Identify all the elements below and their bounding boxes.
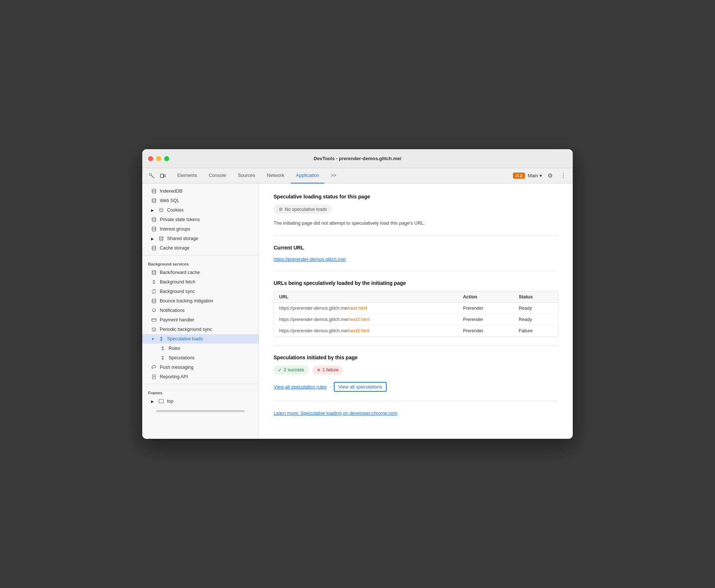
sidebar-item-payment-handler[interactable]: Payment handler bbox=[142, 315, 259, 325]
svg-rect-2 bbox=[161, 174, 163, 178]
sidebar-item-indexeddb[interactable]: IndexedDB bbox=[142, 186, 259, 196]
sidebar-item-bounce-tracking[interactable]: Bounce tracking mitigation bbox=[142, 296, 259, 306]
minimize-button[interactable] bbox=[156, 156, 161, 161]
table-row: https://prerender-demos.glitch.me/next2.… bbox=[274, 314, 558, 325]
divider2 bbox=[142, 384, 259, 384]
db-icon bbox=[151, 188, 157, 194]
sidebar-item-speculative-loads[interactable]: ▼ Speculative loads bbox=[142, 334, 259, 344]
speculative-loading-title: Speculative loading status for this page bbox=[274, 194, 558, 200]
divider-main2 bbox=[274, 271, 558, 271]
svg-line-21 bbox=[154, 329, 155, 330]
sidebar-item-private-state-tokens[interactable]: Private state tokens bbox=[142, 215, 259, 224]
sidebar-item-rules[interactable]: Rules bbox=[142, 344, 259, 353]
url-cell-3: https://prerender-demos.glitch.me/next3.… bbox=[274, 325, 458, 336]
sidebar-item-websql[interactable]: Web SQL bbox=[142, 196, 259, 205]
close-button[interactable] bbox=[148, 156, 153, 161]
top-expand-icon: ▶ bbox=[151, 399, 155, 403]
frames-header: Frames bbox=[142, 386, 259, 396]
svg-point-16 bbox=[152, 299, 156, 300]
arrows-icon3 bbox=[160, 345, 166, 351]
col-status: Status bbox=[514, 291, 558, 303]
table-row: https://prerender-demos.glitch.me/next3.… bbox=[274, 325, 558, 336]
svg-point-14 bbox=[152, 270, 156, 272]
cookie-icon bbox=[158, 207, 164, 213]
tab-console[interactable]: Console bbox=[204, 168, 231, 183]
issues-badge[interactable]: ⚠ 2 bbox=[513, 173, 525, 179]
tab-network[interactable]: Network bbox=[262, 168, 290, 183]
sidebar-item-top[interactable]: ▶ top bbox=[142, 396, 259, 406]
action-cell-2: Prerender bbox=[458, 314, 514, 325]
status-cell-1: Ready bbox=[514, 302, 558, 314]
db-icon3 bbox=[151, 217, 157, 223]
col-action: Action bbox=[458, 291, 514, 303]
sidebar-item-cache-storage[interactable]: Cache storage bbox=[142, 243, 259, 253]
no-loads-badge: ⊘ No speculative loads bbox=[274, 205, 332, 214]
speculations-section: Speculations initiated by this page ✓ 2 … bbox=[274, 355, 558, 392]
col-url: URL bbox=[274, 291, 458, 303]
view-rules-link[interactable]: View all speculation rules bbox=[274, 384, 327, 390]
view-speculations-link[interactable]: View all speculations bbox=[334, 382, 386, 392]
sidebar-item-reporting-api[interactable]: Reporting API bbox=[142, 372, 259, 382]
badges-row: ✓ 2 success ✕ 1 failure bbox=[274, 365, 558, 375]
settings-button[interactable]: ⚙ bbox=[545, 171, 555, 181]
url-cell-1: https://prerender-demos.glitch.me/next.h… bbox=[274, 302, 458, 314]
db-icon7 bbox=[151, 270, 157, 275]
sidebar-item-notifications[interactable]: Notifications bbox=[142, 306, 259, 315]
expand-active-icon: ▼ bbox=[151, 337, 155, 341]
main-dropdown[interactable]: Main ▾ bbox=[528, 173, 542, 178]
db-icon2 bbox=[151, 198, 157, 204]
initiating-page-text: The initiating page did not attempt to s… bbox=[274, 220, 558, 227]
learn-more-link[interactable]: Learn more: Speculative loading on devel… bbox=[274, 410, 398, 416]
sidebar-item-background-sync[interactable]: Background sync bbox=[142, 287, 259, 296]
content-area: IndexedDB Web SQL ▶ bbox=[142, 183, 573, 439]
db-icon4 bbox=[151, 226, 157, 232]
sidebar-item-periodic-background-sync[interactable]: Periodic background sync bbox=[142, 325, 259, 334]
svg-point-5 bbox=[152, 198, 156, 200]
arrows-icon2 bbox=[158, 336, 164, 342]
urls-table-container: URL Action Status https://prerender-demo… bbox=[274, 291, 558, 337]
url-cell-2: https://prerender-demos.glitch.me/next2.… bbox=[274, 314, 458, 325]
divider1 bbox=[142, 255, 259, 255]
maximize-button[interactable] bbox=[164, 156, 169, 161]
traffic-lights bbox=[148, 156, 169, 161]
inspect-icon[interactable] bbox=[147, 171, 157, 181]
success-icon: ✓ bbox=[278, 367, 282, 373]
sidebar-item-shared-storage[interactable]: ▶ Shared storage bbox=[142, 234, 259, 243]
svg-rect-3 bbox=[164, 175, 165, 177]
no-loads-icon: ⊘ bbox=[279, 206, 283, 212]
tab-sources[interactable]: Sources bbox=[233, 168, 260, 183]
sidebar: IndexedDB Web SQL ▶ bbox=[142, 183, 259, 439]
svg-rect-0 bbox=[150, 174, 151, 175]
svg-point-11 bbox=[152, 227, 156, 228]
toolbar-icons bbox=[147, 171, 168, 181]
main-panel: Speculative loading status for this page… bbox=[259, 183, 573, 439]
sidebar-item-push-messaging[interactable]: Push messaging bbox=[142, 363, 259, 372]
sidebar-item-interest-groups[interactable]: Interest groups bbox=[142, 224, 259, 234]
tab-application[interactable]: Application bbox=[291, 168, 324, 183]
current-url-title: Current URL bbox=[274, 245, 558, 251]
tab-elements[interactable]: Elements bbox=[172, 168, 202, 183]
sync-icon bbox=[151, 289, 157, 294]
expand-icon2: ▶ bbox=[151, 237, 155, 241]
cloud-icon bbox=[151, 364, 157, 370]
sidebar-item-cookies[interactable]: ▶ Cookies bbox=[142, 205, 259, 215]
db-icon5 bbox=[158, 236, 164, 241]
frame-icon bbox=[158, 398, 164, 404]
svg-point-4 bbox=[152, 189, 156, 190]
arrows-icon bbox=[151, 279, 157, 285]
action-cell-1: Prerender bbox=[458, 302, 514, 314]
current-url-link[interactable]: https://prerender-demos.glitch.me/ bbox=[274, 256, 346, 262]
svg-point-7 bbox=[160, 209, 161, 210]
sidebar-item-background-fetch[interactable]: Background fetch bbox=[142, 277, 259, 287]
clock-icon bbox=[151, 326, 157, 332]
sidebar-item-speculations[interactable]: Speculations bbox=[142, 353, 259, 363]
status-cell-3: Failure bbox=[514, 325, 558, 336]
more-options-button[interactable]: ⋮ bbox=[558, 171, 568, 181]
device-icon[interactable] bbox=[158, 171, 168, 181]
divider-main1 bbox=[274, 236, 558, 236]
tab-more[interactable]: >> bbox=[326, 168, 341, 183]
sidebar-item-back-forward-cache[interactable]: Back/forward cache bbox=[142, 268, 259, 277]
svg-point-13 bbox=[152, 246, 156, 247]
svg-line-1 bbox=[151, 175, 154, 178]
action-cell-3: Prerender bbox=[458, 325, 514, 336]
